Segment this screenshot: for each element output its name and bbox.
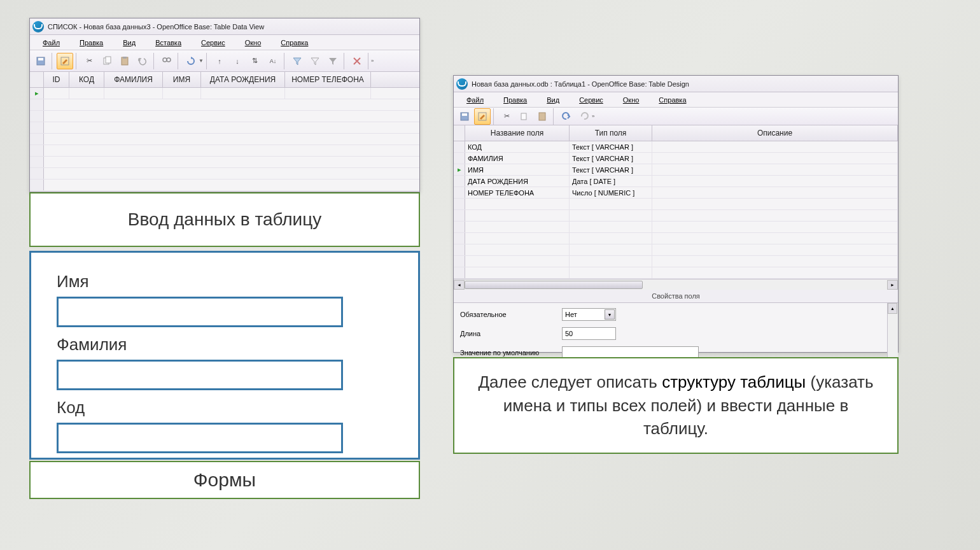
dropdown-arrow-icon[interactable]: ▼ [605, 309, 615, 320]
paste-icon[interactable] [116, 53, 133, 69]
titlebar[interactable]: Новая база данных.odb : Таблица1 - OpenO… [454, 76, 898, 92]
col-imya[interactable]: ИМЯ [163, 72, 201, 87]
form-input-surname[interactable] [57, 360, 343, 390]
design-row[interactable] [454, 267, 898, 279]
form-input-name[interactable] [57, 297, 343, 327]
design-row[interactable]: НОМЕР ТЕЛЕФОНАЧисло [ NUMERIC ] [454, 187, 898, 199]
svg-point-8 [167, 58, 171, 62]
menu-edit[interactable]: Правка [71, 37, 112, 48]
refresh-icon[interactable] [183, 53, 199, 69]
current-row-marker-icon[interactable] [30, 88, 44, 99]
col-description[interactable]: Описание [652, 125, 898, 141]
sort-az-icon[interactable]: A↓ [265, 53, 281, 69]
dropdown-chevron-icon[interactable]: ▼ [199, 58, 204, 64]
datagrid-row[interactable] [30, 111, 419, 122]
edit-mode-icon[interactable] [57, 53, 73, 69]
design-header: Название поля Тип поля Описание [454, 125, 898, 141]
prop-required-select[interactable]: Нет▼ [562, 308, 616, 321]
prop-length-input[interactable] [562, 327, 616, 340]
col-phone[interactable]: НОМЕР ТЕЛЕФОНА [285, 72, 371, 87]
cut-icon[interactable]: ✂ [498, 108, 515, 125]
edit-mode-icon[interactable] [474, 108, 491, 125]
menu-window[interactable]: Окно [236, 37, 270, 48]
datagrid-row[interactable] [30, 180, 419, 191]
col-fieldtype[interactable]: Тип поля [570, 125, 652, 141]
window-tabledesign: Новая база данных.odb : Таблица1 - OpenO… [453, 75, 899, 353]
design-row[interactable] [454, 256, 898, 267]
scroll-up-icon[interactable]: ▲ [888, 303, 897, 314]
form-label-surname: Фамилия [57, 335, 393, 355]
copy-icon[interactable] [516, 108, 533, 125]
redo-icon[interactable] [576, 108, 592, 125]
form-label-code: Код [57, 398, 393, 418]
svg-rect-1 [38, 58, 43, 60]
menu-tools[interactable]: Сервис [192, 37, 234, 48]
menu-insert[interactable]: Вставка [146, 37, 190, 48]
svg-rect-4 [106, 57, 111, 63]
col-fieldname[interactable]: Название поля [465, 125, 570, 141]
prop-length-label: Длина [460, 330, 562, 337]
design-row[interactable] [454, 222, 898, 233]
col-kod[interactable]: КОД [69, 72, 104, 87]
datagrid-row[interactable] [30, 99, 419, 111]
datagrid-row[interactable] [30, 145, 419, 157]
row-selector-header[interactable] [454, 125, 465, 141]
menubar: Файл Правка Вид Вставка Сервис Окно Спра… [30, 35, 419, 50]
form-label-name: Имя [57, 272, 393, 292]
filter-standard-icon[interactable] [307, 53, 323, 69]
design-row[interactable]: ФАМИЛИЯТекст [ VARCHAR ] [454, 153, 898, 164]
design-row-current[interactable]: ИМЯТекст [ VARCHAR ] [454, 164, 898, 176]
undo-icon[interactable] [134, 53, 151, 69]
svg-point-7 [163, 58, 167, 62]
save-icon[interactable] [456, 108, 473, 125]
paste-icon[interactable] [534, 108, 550, 125]
menu-window[interactable]: Окно [614, 94, 648, 106]
row-selector-header[interactable] [30, 72, 44, 87]
design-row[interactable] [454, 233, 898, 244]
sort-asc-icon[interactable]: ↑ [211, 53, 228, 69]
datagrid-row[interactable] [30, 122, 419, 134]
annotation-text: Формы [193, 469, 256, 491]
sort-icon[interactable]: ⇅ [247, 53, 263, 69]
menu-view[interactable]: Вид [538, 94, 568, 106]
menu-help[interactable]: Справка [272, 37, 317, 48]
col-familia[interactable]: ФАМИЛИЯ [104, 72, 163, 87]
titlebar[interactable]: СПИСОК - Новая база данных3 - OpenOffice… [30, 18, 419, 35]
more-chevron-icon[interactable]: » [371, 58, 374, 64]
design-row[interactable] [454, 244, 898, 256]
menu-view[interactable]: Вид [114, 37, 144, 48]
scroll-thumb[interactable] [465, 281, 643, 289]
undo-icon[interactable] [558, 108, 575, 125]
menu-help[interactable]: Справка [650, 94, 695, 106]
design-row[interactable] [454, 199, 898, 210]
menu-edit[interactable]: Правка [494, 94, 536, 106]
datagrid-row[interactable] [30, 134, 419, 145]
cut-icon[interactable]: ✂ [81, 53, 97, 69]
datagrid-row[interactable] [30, 157, 419, 168]
datagrid-row-current[interactable] [30, 88, 419, 99]
annotation-text: Ввод данных в таблицу [128, 209, 322, 230]
save-icon[interactable] [32, 53, 49, 69]
menu-tools[interactable]: Сервис [570, 94, 612, 106]
horizontal-scrollbar[interactable]: ◄ ► [454, 279, 898, 290]
datagrid-row[interactable] [30, 168, 419, 180]
sort-desc-icon[interactable]: ↓ [229, 53, 246, 69]
annotation-input-data: Ввод данных в таблицу [29, 192, 420, 247]
svg-rect-6 [123, 57, 127, 59]
col-id[interactable]: ID [44, 72, 69, 87]
field-properties-header: Свойства поля [454, 290, 898, 303]
design-row[interactable]: КОДТекст [ VARCHAR ] [454, 141, 898, 153]
form-input-code[interactable] [57, 423, 343, 453]
col-date[interactable]: ДАТА РОЖДЕНИЯ [201, 72, 285, 87]
filter-remove-icon[interactable] [349, 53, 365, 69]
filter-auto-icon[interactable] [289, 53, 305, 69]
menu-file[interactable]: Файл [458, 94, 493, 106]
design-row[interactable]: ДАТА РОЖДЕНИЯДата [ DATE ] [454, 176, 898, 187]
find-icon[interactable] [158, 53, 175, 69]
menu-file[interactable]: Файл [34, 37, 69, 48]
filter-apply-icon[interactable] [325, 53, 341, 69]
design-row[interactable] [454, 210, 898, 222]
scroll-right-icon[interactable]: ► [887, 280, 898, 290]
scroll-left-icon[interactable]: ◄ [454, 280, 465, 290]
copy-icon[interactable] [99, 53, 115, 69]
